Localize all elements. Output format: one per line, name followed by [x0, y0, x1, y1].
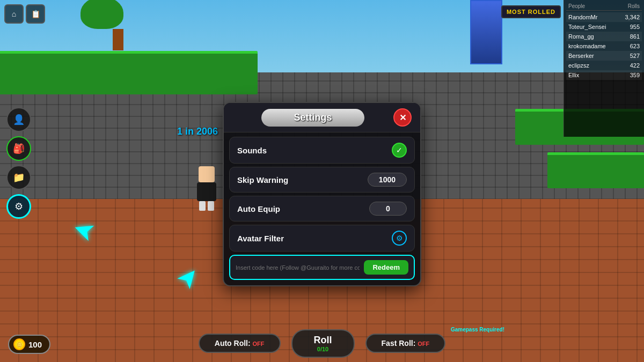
list-item: Ellix 359 [566, 70, 642, 80]
player-rolls: 861 [630, 33, 640, 40]
char-legs [193, 201, 220, 211]
char-head [199, 166, 215, 182]
char-leg-right [208, 201, 214, 211]
platform-top [0, 51, 258, 94]
sounds-setting-row: Sounds ✓ [229, 137, 415, 164]
leaderboard-panel: People Rolls RandomMr 3,342 Toteur_Sense… [564, 0, 644, 137]
fast-roll-status: OFF [418, 341, 429, 347]
leaderboard-rolls-header: Rolls [628, 3, 640, 9]
sounds-check-icon[interactable]: ✓ [392, 143, 407, 158]
sidebar-btn-settings[interactable]: ⚙ [6, 194, 31, 219]
roll-count: 0/10 [317, 346, 328, 352]
player-name: RandomMr [568, 14, 597, 20]
sounds-label: Sounds [237, 146, 267, 155]
gamepass-label: Gamepass Required! [451, 327, 504, 333]
player-character [193, 166, 220, 209]
auto-roll-status: OFF [253, 341, 265, 347]
home-icon-btn[interactable]: ⌂ [4, 4, 24, 24]
building-decoration [470, 0, 502, 64]
redeem-row: Redeem [229, 255, 415, 280]
list-item: Roma_gg 861 [566, 32, 642, 41]
list-item: Berserker 527 [566, 51, 642, 61]
leaderboard-people-header: People [568, 3, 585, 9]
close-button[interactable]: ✕ [393, 108, 412, 127]
bookmark-icon-btn[interactable]: 📋 [26, 4, 45, 24]
skip-warning-label: Skip Warning [237, 175, 288, 184]
bottom-hud: Auto Roll: OFF Roll 0/10 Fast Roll: OFF [0, 324, 644, 362]
coins-display: 🪙 100 [8, 335, 50, 354]
player-name: Roma_gg [568, 33, 594, 40]
player-name: krokomadame [568, 43, 606, 49]
auto-equip-label: Auto Equip [237, 204, 280, 213]
roll-button[interactable]: Roll 0/10 [291, 329, 355, 358]
char-leg-left [199, 201, 206, 211]
tree-decoration [97, 8, 140, 50]
redeem-button[interactable]: Redeem [364, 260, 408, 275]
list-item: RandomMr 3,342 [566, 12, 642, 22]
list-item: eclipzsz 422 [566, 61, 642, 70]
list-item: Toteur_Sensei 955 [566, 22, 642, 32]
leaderboard-header: People Rolls [566, 2, 642, 11]
player-name: Berserker [568, 53, 594, 59]
auto-roll-button[interactable]: Auto Roll: OFF [199, 334, 281, 353]
odds-text: 1 in 2006 [177, 126, 218, 137]
list-item: krokomadame 623 [566, 41, 642, 51]
fast-roll-label: Fast Roll: OFF [382, 339, 430, 348]
avatar-filter-setting-row: Avatar Filter ⚙ [229, 225, 415, 252]
coins-amount: 100 [28, 340, 42, 349]
roll-label: Roll [314, 335, 332, 346]
settings-header: Settings ✕ [224, 103, 420, 132]
avatar-filter-gear-icon[interactable]: ⚙ [392, 231, 407, 246]
settings-modal: Settings ✕ Sounds ✓ Skip Warning 1000 Au… [223, 102, 421, 286]
char-body [197, 182, 216, 201]
sidebar-btn-profile[interactable]: 👤 [6, 107, 31, 132]
player-rolls: 359 [630, 72, 640, 78]
tree-trunk [113, 29, 123, 50]
tree-leaves [80, 0, 123, 29]
platform-right2 [547, 152, 644, 189]
avatar-filter-label: Avatar Filter [237, 234, 284, 243]
code-input[interactable] [236, 264, 360, 271]
player-name: Ellix [568, 72, 579, 78]
fast-roll-button[interactable]: Fast Roll: OFF [365, 334, 446, 353]
coin-icon: 🪙 [13, 338, 25, 350]
most-rolled-banner: MOST ROLLED [501, 5, 561, 18]
settings-body: Sounds ✓ Skip Warning 1000 Auto Equip 0 … [224, 132, 420, 285]
skip-warning-value[interactable]: 1000 [368, 173, 407, 187]
player-rolls: 623 [630, 43, 640, 49]
settings-title: Settings [261, 109, 364, 127]
player-rolls: 527 [630, 53, 640, 59]
player-rolls: 955 [630, 24, 640, 30]
left-sidebar: 👤 🎒 📁 ⚙ [6, 107, 31, 219]
player-rolls: 422 [630, 62, 640, 69]
skip-warning-setting-row: Skip Warning 1000 [229, 167, 415, 193]
top-left-icons: ⌂ 📋 [4, 4, 45, 24]
sidebar-btn-backpack[interactable]: 🎒 [6, 136, 31, 161]
auto-equip-value[interactable]: 0 [369, 202, 407, 216]
auto-roll-label: Auto Roll: OFF [215, 339, 265, 348]
player-rolls: 3,342 [625, 14, 640, 20]
player-name: Toteur_Sensei [568, 24, 606, 30]
auto-equip-setting-row: Auto Equip 0 [229, 196, 415, 221]
player-name: eclipzsz [568, 62, 589, 69]
sidebar-btn-folder[interactable]: 📁 [6, 165, 31, 190]
